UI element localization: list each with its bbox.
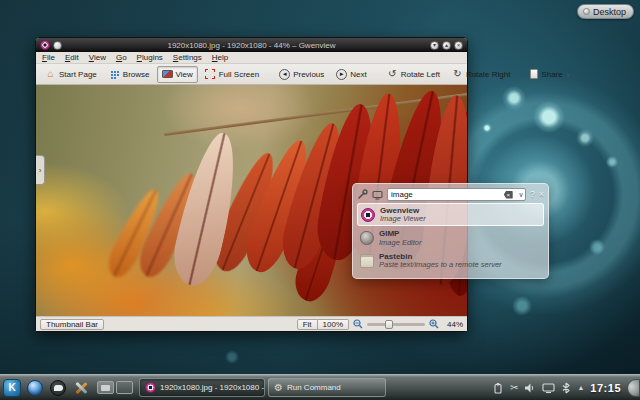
rotate-left-label: Rotate Left bbox=[401, 70, 440, 79]
fullscreen-icon bbox=[205, 69, 216, 80]
rotate-left-button[interactable]: ↺ Rotate Left bbox=[382, 66, 445, 83]
result-subtitle: Image Editor bbox=[379, 239, 422, 247]
next-icon: ► bbox=[336, 69, 347, 80]
home-icon: ⌂ bbox=[45, 69, 56, 80]
desktop: Desktop 1920x1080.jpg - 1920x1080 - 44% … bbox=[0, 0, 640, 400]
full-screen-button[interactable]: Full Screen bbox=[200, 66, 264, 83]
previous-label: Previous bbox=[293, 70, 324, 79]
krunner-close-button[interactable]: × bbox=[539, 190, 544, 199]
browse-grid-icon bbox=[109, 69, 120, 80]
toolbar: ⌂ Start Page Browse View Full Screen ◄ P… bbox=[36, 64, 467, 85]
menu-plugins[interactable]: Plugins bbox=[137, 53, 163, 62]
menu-help[interactable]: Help bbox=[212, 53, 228, 62]
titlebar[interactable]: 1920x1080.jpg - 1920x1080 - 44% – Gwenvi… bbox=[36, 38, 467, 52]
plasma-cashew-icon bbox=[583, 8, 590, 15]
pager-desktop-2[interactable] bbox=[116, 381, 133, 394]
keep-above-button[interactable] bbox=[53, 41, 62, 50]
rotate-right-label: Rotate Right bbox=[466, 70, 510, 79]
rotate-left-icon: ↺ bbox=[387, 69, 398, 80]
zoom-level-value: 44% bbox=[443, 320, 463, 329]
desktop-toolbox-label: Desktop bbox=[593, 7, 626, 17]
bluetooth-icon[interactable] bbox=[561, 382, 571, 394]
desktop-toolbox-button[interactable]: Desktop bbox=[577, 4, 634, 19]
start-page-button[interactable]: ⌂ Start Page bbox=[40, 66, 102, 83]
maximize-button[interactable]: ▴ bbox=[442, 41, 451, 50]
gwenview-task-icon bbox=[145, 382, 156, 393]
crossed-tools-icon bbox=[73, 380, 89, 396]
taskbar-item-gwenview[interactable]: 1920x1080.jpg - 1920x1080 - 44% – G... bbox=[139, 378, 265, 397]
result-pastebin[interactable]: Pastebin Paste text/images to a remote s… bbox=[357, 250, 544, 271]
messenger-launcher[interactable] bbox=[48, 378, 68, 398]
menu-file[interactable]: File bbox=[42, 53, 55, 62]
result-gimp[interactable]: GIMP Image Editor bbox=[357, 227, 544, 248]
close-button[interactable]: × bbox=[454, 41, 463, 50]
kmenu-icon: K bbox=[3, 379, 21, 397]
task-view-icon[interactable] bbox=[372, 190, 383, 200]
globe-icon bbox=[27, 380, 43, 396]
krunner-help-button[interactable]: ? bbox=[530, 190, 535, 199]
zoom-in-icon[interactable] bbox=[429, 319, 439, 329]
virtual-desktop-pager bbox=[97, 381, 133, 394]
result-subtitle: Paste text/images to a remote server bbox=[379, 261, 502, 269]
start-page-label: Start Page bbox=[59, 70, 97, 79]
zoom-fit-button[interactable]: Fit bbox=[297, 319, 318, 330]
clock[interactable]: 17:15 bbox=[590, 382, 621, 394]
panel-cashew-icon[interactable] bbox=[627, 379, 640, 397]
history-dropdown-icon[interactable]: ∨ bbox=[519, 191, 524, 199]
volume-icon[interactable] bbox=[524, 382, 536, 394]
view-label: View bbox=[176, 70, 193, 79]
next-label: Next bbox=[350, 70, 366, 79]
system-tray: ✂ ▲ 17:15 bbox=[492, 379, 638, 397]
system-settings-launcher[interactable] bbox=[71, 378, 91, 398]
statusbar: Thumbnail Bar Fit 100% 44% bbox=[36, 316, 467, 331]
sidebar-expand-handle[interactable]: › bbox=[36, 155, 45, 185]
clipboard-tray-icon[interactable] bbox=[492, 382, 504, 394]
minimize-button[interactable]: ▾ bbox=[430, 41, 439, 50]
menu-settings[interactable]: Settings bbox=[173, 53, 202, 62]
thumbnail-bar-button[interactable]: Thumbnail Bar bbox=[40, 319, 104, 330]
result-gwenview[interactable]: Gwenview Image Viewer bbox=[357, 203, 544, 226]
zoom-slider[interactable] bbox=[367, 323, 425, 326]
maximize-icon: ▴ bbox=[445, 42, 448, 48]
krunner-dialog: × ∨ ? × Gwenview Image Viewer GIMP Image… bbox=[352, 183, 549, 279]
browse-button[interactable]: Browse bbox=[104, 66, 155, 83]
browser-launcher[interactable] bbox=[25, 378, 45, 398]
view-image-icon bbox=[162, 69, 173, 80]
view-button[interactable]: View bbox=[157, 66, 198, 83]
menu-go[interactable]: Go bbox=[116, 53, 127, 62]
gwenview-app-icon[interactable] bbox=[40, 40, 50, 50]
configure-wrench-icon[interactable] bbox=[357, 189, 368, 200]
share-label: Share bbox=[541, 70, 562, 79]
pager-desktop-1[interactable] bbox=[97, 381, 114, 394]
menu-edit[interactable]: Edit bbox=[65, 53, 79, 62]
zoom-100-button[interactable]: 100% bbox=[318, 319, 349, 330]
task-label: 1920x1080.jpg - 1920x1080 - 44% – G... bbox=[160, 383, 265, 392]
menubar: File Edit View Go Plugins Settings Help bbox=[36, 52, 467, 64]
window-title: 1920x1080.jpg - 1920x1080 - 44% – Gwenvi… bbox=[36, 41, 467, 50]
taskbar-item-run-command[interactable]: ⚙ Run Command bbox=[268, 378, 386, 397]
klipper-scissors-icon[interactable]: ✂ bbox=[510, 383, 518, 393]
menu-view[interactable]: View bbox=[89, 53, 106, 62]
tray-expander-icon[interactable]: ▲ bbox=[577, 384, 584, 391]
share-dropdown-icon: ∨ bbox=[566, 71, 570, 78]
full-screen-label: Full Screen bbox=[219, 70, 259, 79]
previous-button[interactable]: ◄ Previous bbox=[274, 66, 329, 83]
share-button[interactable]: Share ∨ bbox=[525, 66, 575, 82]
zoom-slider-handle[interactable] bbox=[385, 320, 393, 329]
chat-icon bbox=[50, 380, 66, 396]
browse-label: Browse bbox=[123, 70, 150, 79]
rotate-right-button[interactable]: ↻ Rotate Right bbox=[447, 66, 515, 83]
task-label: Run Command bbox=[287, 383, 341, 392]
share-icon bbox=[530, 69, 538, 79]
device-notifier-icon[interactable] bbox=[542, 382, 555, 394]
gear-icon: ⚙ bbox=[274, 383, 283, 393]
zoom-out-icon[interactable] bbox=[353, 319, 363, 329]
previous-icon: ◄ bbox=[279, 69, 290, 80]
gwenview-icon bbox=[361, 208, 375, 222]
gimp-icon bbox=[360, 231, 374, 245]
pastebin-icon bbox=[360, 254, 374, 268]
next-button[interactable]: ► Next bbox=[331, 66, 371, 83]
result-subtitle: Image Viewer bbox=[380, 215, 426, 223]
kmenu-button[interactable]: K bbox=[2, 378, 22, 398]
rotate-right-icon: ↻ bbox=[452, 69, 463, 80]
